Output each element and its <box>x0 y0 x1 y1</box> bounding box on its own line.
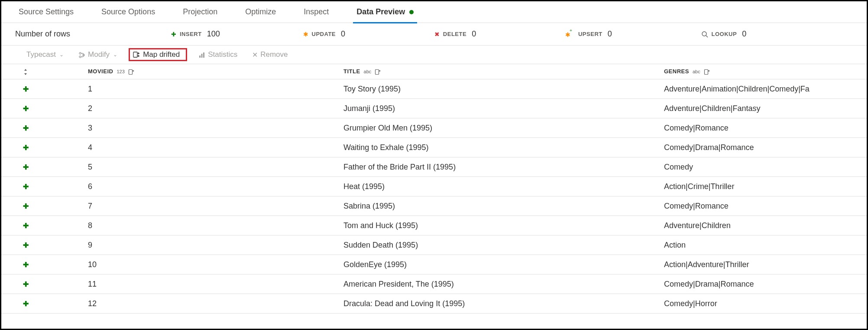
branch-icon <box>78 51 85 59</box>
stat-label: INSERT <box>180 31 202 37</box>
column-header-title[interactable]: TITLE abc <box>343 68 664 75</box>
plus-icon: ✚ <box>171 31 176 38</box>
cell-genres: Action|Adventure|Thriller <box>664 260 845 269</box>
cell-title: Jumanji (1995) <box>343 104 664 113</box>
tab-source-settings[interactable]: Source Settings <box>5 1 87 23</box>
column-header-genres[interactable]: GENRES abc <box>664 68 845 75</box>
column-label: GENRES <box>664 68 689 75</box>
rows-label: Number of rows <box>15 29 171 39</box>
cell-movieid: 7 <box>88 202 343 211</box>
tab-optimize[interactable]: Optimize <box>231 1 290 23</box>
cell-title: Dracula: Dead and Loving It (1995) <box>343 299 664 308</box>
cell-title: American President, The (1995) <box>343 280 664 289</box>
table-row[interactable]: ✚12Dracula: Dead and Loving It (1995)Com… <box>1 294 867 314</box>
stat-label: UPSERT <box>578 31 602 37</box>
stat-value: 100 <box>207 29 220 39</box>
cell-movieid: 9 <box>88 241 343 250</box>
column-action-icon[interactable] <box>375 68 381 75</box>
statistics-button[interactable]: Statistics <box>195 49 241 61</box>
cell-movieid: 1 <box>88 85 343 94</box>
svg-line-1 <box>706 36 708 37</box>
svg-rect-5 <box>133 52 137 57</box>
column-label: TITLE <box>343 68 360 75</box>
cell-title: GoldenEye (1995) <box>343 260 664 269</box>
cell-genres: Adventure|Children|Fantasy <box>664 104 845 113</box>
tab-source-options[interactable]: Source Options <box>87 1 169 23</box>
plus-icon: ✚ <box>23 222 88 230</box>
cell-movieid: 11 <box>88 280 343 289</box>
type-tag: 123 <box>117 69 124 74</box>
sort-column[interactable] <box>23 68 88 75</box>
plus-icon: ✚ <box>23 280 88 288</box>
tab-projection[interactable]: Projection <box>169 1 231 23</box>
cell-title: Waiting to Exhale (1995) <box>343 143 664 152</box>
tab-inspect[interactable]: Inspect <box>290 1 343 23</box>
table-row[interactable]: ✚9Sudden Death (1995)Action <box>1 235 867 255</box>
stat-upsert: ✱＋ UPSERT 0 <box>565 29 618 39</box>
stat-value: 0 <box>742 29 752 39</box>
cell-genres: Adventure|Children <box>664 221 845 230</box>
cell-genres: Action|Crime|Thriller <box>664 182 845 191</box>
map-drifted-icon <box>133 51 140 59</box>
sort-icon <box>23 68 28 75</box>
cell-genres: Comedy|Romance <box>664 124 845 133</box>
tab-label: Inspect <box>304 7 329 16</box>
tab-label: Source Settings <box>19 7 74 16</box>
table-header: MOVIEID 123 TITLE abc GENRES abc <box>1 64 867 79</box>
cell-movieid: 3 <box>88 124 343 133</box>
stat-value: 0 <box>341 29 351 39</box>
svg-rect-6 <box>199 56 201 58</box>
table-row[interactable]: ✚6Heat (1995)Action|Crime|Thriller <box>1 177 867 196</box>
column-header-movieid[interactable]: MOVIEID 123 <box>88 68 343 75</box>
table-row[interactable]: ✚11American President, The (1995)Comedy|… <box>1 274 867 294</box>
type-tag: abc <box>693 69 700 74</box>
tab-data-preview[interactable]: Data Preview <box>343 1 428 23</box>
cell-genres: Comedy|Romance <box>664 202 845 211</box>
stat-delete: ✖ DELETE 0 <box>434 29 482 39</box>
svg-point-3 <box>79 56 81 58</box>
plus-icon: ✚ <box>23 163 88 171</box>
cell-title: Father of the Bride Part II (1995) <box>343 163 664 172</box>
cell-genres: Comedy|Drama|Romance <box>664 143 845 152</box>
plus-icon: ✚ <box>23 202 88 210</box>
cell-genres: Action <box>664 241 845 250</box>
tool-label: Map drifted <box>143 50 180 59</box>
map-drifted-button[interactable]: Map drifted <box>133 50 180 59</box>
cell-genres: Adventure|Animation|Children|Comedy|Fa <box>664 85 845 94</box>
cell-title: Toy Story (1995) <box>343 85 664 94</box>
x-icon: ✕ <box>252 51 258 59</box>
stat-label: DELETE <box>443 31 466 37</box>
remove-button[interactable]: ✕ Remove <box>249 49 291 61</box>
table-row[interactable]: ✚3Grumpier Old Men (1995)Comedy|Romance <box>1 118 867 138</box>
plus-icon: ✚ <box>23 144 88 152</box>
svg-point-2 <box>79 52 81 54</box>
tab-label: Projection <box>183 7 217 16</box>
table-row[interactable]: ✚8Tom and Huck (1995)Adventure|Children <box>1 216 867 235</box>
cell-title: Grumpier Old Men (1995) <box>343 124 664 133</box>
preview-toolbar: Typecast ⌄ Modify ⌄ Map drifted Statisti… <box>1 46 867 64</box>
table-row[interactable]: ✚1Toy Story (1995)Adventure|Animation|Ch… <box>1 79 867 99</box>
plus-icon: ✚ <box>23 241 88 249</box>
plus-icon: ✚ <box>23 124 88 132</box>
cell-title: Sabrina (1995) <box>343 202 664 211</box>
stat-label: UPDATE <box>312 31 336 37</box>
chevron-down-icon: ⌄ <box>113 52 117 58</box>
cell-movieid: 12 <box>88 299 343 308</box>
column-action-icon[interactable] <box>128 68 134 75</box>
typecast-button[interactable]: Typecast ⌄ <box>23 49 67 61</box>
plus-icon: ✚ <box>23 105 88 113</box>
stat-update: ✱ UPDATE 0 <box>303 29 351 39</box>
cell-movieid: 5 <box>88 163 343 172</box>
map-drifted-highlight: Map drifted <box>129 48 187 61</box>
cell-title: Sudden Death (1995) <box>343 241 664 250</box>
table-row[interactable]: ✚10GoldenEye (1995)Action|Adventure|Thri… <box>1 255 867 274</box>
modify-button[interactable]: Modify ⌄ <box>75 49 121 61</box>
table-row[interactable]: ✚2Jumanji (1995)Adventure|Children|Fanta… <box>1 99 867 118</box>
table-row[interactable]: ✚5Father of the Bride Part II (1995)Come… <box>1 157 867 177</box>
table-row[interactable]: ✚4Waiting to Exhale (1995)Comedy|Drama|R… <box>1 138 867 157</box>
svg-rect-10 <box>376 70 379 75</box>
column-action-icon[interactable] <box>704 68 710 75</box>
upsert-icon: ✱＋ <box>565 30 575 38</box>
table-row[interactable]: ✚7Sabrina (1995)Comedy|Romance <box>1 196 867 216</box>
cell-movieid: 2 <box>88 104 343 113</box>
